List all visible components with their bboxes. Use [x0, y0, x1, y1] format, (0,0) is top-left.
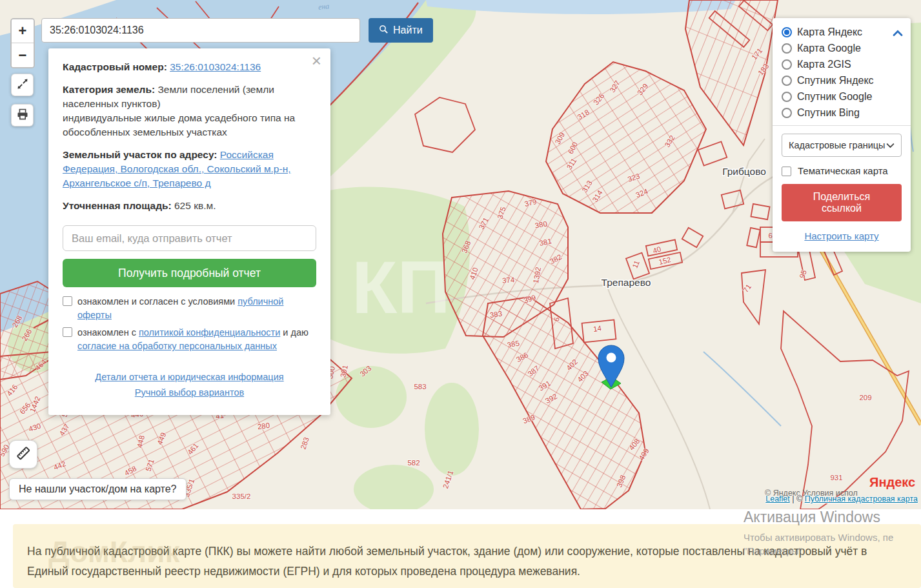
parcel-info-popup: × Кадастровый номер: 35:26:0103024:1136 … — [48, 48, 330, 415]
panel-divider — [773, 125, 911, 126]
layer-option-google-map[interactable]: Карта Google — [782, 43, 902, 54]
offer-checkbox-row: ознакомлен и согласен с условиями публич… — [63, 295, 316, 322]
radio-icon — [782, 59, 792, 70]
fullscreen-button[interactable] — [11, 74, 34, 96]
layer-option-google-sat[interactable]: Спутник Google — [782, 91, 902, 103]
map-attribution: Leaflet | © Публичная кадастровая карта — [765, 494, 918, 503]
personal-data-link[interactable]: согласие на обработку персональных данны… — [77, 341, 277, 351]
chevron-up-icon[interactable] — [893, 28, 903, 39]
popup-links: Детали отчета и юридическая информация Р… — [63, 370, 316, 401]
radio-icon — [782, 27, 792, 37]
manual-select-link[interactable]: Ручной выбор вариантов — [63, 385, 316, 401]
page: { "search": { "value": "35:26:0103024:11… — [0, 0, 921, 588]
print-button[interactable] — [11, 104, 34, 127]
leaflet-link[interactable]: Leaflet — [765, 494, 790, 503]
get-report-button[interactable]: Получить подробный отчет — [63, 259, 316, 287]
email-input[interactable] — [63, 225, 316, 251]
share-link-button[interactable]: Поделиться ссылкой — [782, 184, 902, 221]
offer-checkbox-text: ознакомлен и согласен с условиями публич… — [77, 295, 316, 322]
layer-option-2gis-map[interactable]: Карта 2GIS — [782, 59, 902, 70]
privacy-text2: и даю — [283, 327, 309, 338]
configure-map-link[interactable]: Настроить карту — [782, 230, 902, 241]
svg-text:14: 14 — [592, 324, 602, 333]
fullscreen-icon — [16, 77, 29, 93]
layer-option-yandex-sat[interactable]: Спутник Яндекс — [782, 75, 902, 86]
svg-text:209: 209 — [859, 394, 871, 401]
layer-option-yandex-map[interactable]: Карта Яндекс — [782, 26, 902, 38]
yandex-logo: Яндекс — [869, 475, 915, 490]
privacy-checkbox-text: ознакомлен с политикой конфиденциальност… — [77, 326, 316, 353]
search-button-label: Найти — [393, 25, 423, 36]
thematic-checkbox[interactable] — [782, 167, 791, 176]
svg-text:931: 931 — [830, 474, 842, 482]
offer-checkbox[interactable] — [63, 296, 72, 306]
copyright-symbol: © — [796, 494, 802, 503]
offer-text: ознакомлен и согласен с условиями — [77, 296, 235, 307]
map-watermark: КП — [352, 246, 450, 329]
zoom-control: + − — [10, 18, 35, 68]
svg-text:ена: ена — [318, 1, 330, 12]
overlay-select-value: Кадастровые границы — [789, 140, 886, 150]
svg-text:Трепарево: Трепарево — [602, 277, 651, 288]
address-row: Земельный участок по адресу: Российская … — [63, 148, 316, 190]
layer-option-bing-sat[interactable]: Спутник Bing — [782, 107, 902, 119]
overlay-select[interactable]: Кадастровые границы — [782, 134, 902, 157]
close-icon[interactable]: × — [312, 52, 321, 69]
area-row: Уточненная площадь: 625 кв.м. — [63, 199, 316, 213]
windows-activation-title: Активация Windows — [744, 509, 921, 526]
land-category-value2: индивидуальные жилые дома усадебного тип… — [63, 112, 295, 137]
area-value: 625 кв.м. — [174, 200, 216, 211]
info-bar: ДомКлик На публичной кадастровой карте (… — [13, 524, 921, 588]
map-tooltip[interactable]: Не нашли участок/дом на карте? — [9, 478, 187, 500]
area-label: Уточненная площадь: — [63, 200, 172, 211]
search-input[interactable] — [41, 18, 360, 43]
address-label: Земельный участок по адресу: — [63, 149, 217, 160]
layer-label: Спутник Яндекс — [797, 75, 874, 86]
thematic-label: Тематическая карта — [798, 165, 888, 176]
layer-label: Спутник Google — [797, 91, 872, 103]
search-icon — [379, 25, 389, 37]
attribution-separator: | — [792, 494, 794, 503]
layer-label: Спутник Bing — [797, 107, 860, 119]
zoom-in-button[interactable]: + — [12, 19, 34, 43]
ruler-icon — [15, 445, 32, 464]
land-category-row: Категория земель: Земли поселений (земли… — [63, 83, 316, 139]
chevron-down-icon — [886, 140, 895, 150]
info-bar-text: На публичной кадастровой карте (ПКК) вы … — [27, 545, 867, 578]
thematic-map-row[interactable]: Тематическая карта — [782, 165, 902, 176]
radio-icon — [782, 92, 792, 102]
layer-label: Карта Яндекс — [797, 26, 862, 38]
privacy-text1: ознакомлен с — [77, 327, 136, 338]
svg-text:Грибцово: Грибцово — [722, 166, 766, 177]
radio-icon — [782, 43, 792, 54]
radio-icon — [782, 76, 792, 86]
search-bar: Найти — [41, 18, 433, 43]
measure-button[interactable] — [9, 440, 37, 469]
svg-text:374: 374 — [502, 276, 516, 285]
cadastral-number-row: Кадастровый номер: 35:26:0103024:1136 — [63, 60, 316, 74]
layer-label: Карта 2GIS — [797, 59, 851, 70]
layer-label: Карта Google — [797, 43, 861, 54]
cadastral-number-link[interactable]: 35:26:0103024:1136 — [170, 61, 261, 72]
pkk-link[interactable]: Публичная кадастровая карта — [805, 494, 918, 503]
radio-icon — [782, 108, 792, 118]
land-category-label: Категория земель: — [63, 84, 155, 95]
svg-text:583: 583 — [414, 383, 426, 390]
privacy-policy-link[interactable]: политикой конфиденциальности — [139, 327, 280, 338]
svg-text:582: 582 — [407, 459, 420, 467]
privacy-checkbox[interactable] — [63, 327, 72, 337]
printer-icon — [16, 108, 29, 123]
layer-panel: Карта Яндекс Карта Google Карта 2GIS Спу… — [773, 18, 911, 252]
report-details-link[interactable]: Детали отчета и юридическая информация — [63, 370, 316, 385]
svg-text:335/2: 335/2 — [232, 492, 251, 500]
privacy-checkbox-row: ознакомлен с политикой конфиденциальност… — [63, 326, 316, 353]
search-button[interactable]: Найти — [369, 18, 433, 43]
cadastral-number-label: Кадастровый номер: — [63, 61, 167, 72]
zoom-out-button[interactable]: − — [12, 43, 34, 67]
